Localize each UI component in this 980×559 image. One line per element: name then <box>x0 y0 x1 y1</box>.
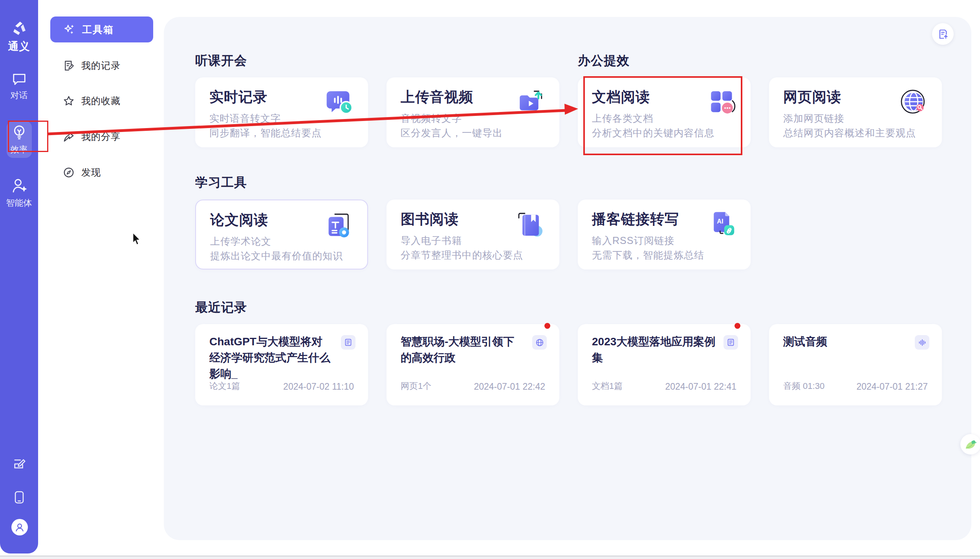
record-time: 2024-07-01 21:27 <box>856 381 928 392</box>
svg-text:AI: AI <box>717 218 723 225</box>
sidebar-item-agents[interactable]: 智能体 <box>0 178 38 209</box>
web-reading-icon <box>899 88 928 117</box>
record-title: 智慧职场-大模型引领下的高效行政 <box>401 334 524 366</box>
mobile-app-button[interactable] <box>0 491 38 506</box>
tool-desc: 导入电子书籍分章节整理书中的核心要点 <box>401 233 523 262</box>
tool-desc: 实时语音转文字同步翻译，智能总结要点 <box>209 111 322 140</box>
audio-waveform-badge-icon <box>915 335 929 350</box>
unread-dot <box>544 323 550 329</box>
nav-item-label: 我的收藏 <box>81 95 121 107</box>
record-title: 2023大模型落地应用案例集 <box>592 334 716 366</box>
secondary-sidebar: 工具箱 我的记录 我的收藏 我的分享 发现 <box>38 0 164 559</box>
recent-record-card[interactable]: 智慧职场-大模型引领下的高效行政 网页1个 2024-07-01 22:42 <box>387 324 559 405</box>
webpage-badge-icon <box>532 335 547 350</box>
user-icon <box>15 522 25 532</box>
nav-item-label: 我的记录 <box>81 59 121 72</box>
document-upload-icon <box>938 29 949 40</box>
window-bottom-strip <box>0 557 980 559</box>
agent-person-icon <box>11 178 27 193</box>
tool-card-book-reading[interactable]: 图书阅读 导入电子书籍分章节整理书中的核心要点 <box>387 200 559 269</box>
record-time: 2024-07-01 22:42 <box>474 381 545 392</box>
realtime-record-icon <box>325 88 354 117</box>
record-title: ChatGPT与大模型将对经济学研究范式产生什么影响_ <box>209 334 333 382</box>
tool-desc: 音视频转文字区分发言人，一键导出 <box>401 111 503 140</box>
tool-title: 网页阅读 <box>783 88 841 107</box>
app-logo: 通义 <box>0 20 38 53</box>
nav-item-my-favorites[interactable]: 我的收藏 <box>50 90 153 112</box>
tool-title: 文档阅读 <box>592 88 650 107</box>
sidebar-item-label: 效率 <box>0 144 38 156</box>
chat-icon <box>12 73 27 86</box>
tool-card-podcast-transcribe[interactable]: 播客链接转写 输入RSS订阅链接无需下载，智能提炼总结 AI <box>578 200 751 269</box>
tool-title: 播客链接转写 <box>592 210 679 229</box>
record-time: 2024-07-02 11:10 <box>283 381 354 392</box>
recent-record-card[interactable]: 测试音频 音频 01:30 2024-07-01 21:27 <box>769 324 942 405</box>
record-title: 测试音频 <box>783 334 907 350</box>
sidebar-item-chat[interactable]: 对话 <box>0 73 38 101</box>
book-reading-icon <box>516 210 545 239</box>
app-window: 通义 对话 效率 智能体 <box>0 0 980 559</box>
tool-desc: 输入RSS订阅链接无需下载，智能提炼总结 <box>592 233 704 262</box>
nav-item-label: 发现 <box>81 166 101 179</box>
record-type: 网页1个 <box>401 380 431 392</box>
paper-reading-icon <box>324 211 353 240</box>
tool-title: 图书阅读 <box>401 210 459 229</box>
phone-icon <box>14 491 24 504</box>
app-logo-text: 通义 <box>0 39 38 53</box>
unread-dot <box>735 323 740 329</box>
nav-item-toolbox[interactable]: 工具箱 <box>50 16 153 42</box>
section-title-office: 办公提效 <box>578 52 630 70</box>
user-avatar[interactable] <box>11 519 28 535</box>
sidebar-item-efficiency[interactable]: 效率 <box>0 125 38 156</box>
nav-item-discover[interactable]: 发现 <box>50 161 153 184</box>
tool-title: 论文阅读 <box>210 211 268 230</box>
nav-item-label: 工具箱 <box>82 23 114 36</box>
bulb-icon <box>12 125 26 140</box>
magic-sparkle-icon <box>63 23 75 36</box>
tool-desc: 上传学术论文提炼出论文中最有价值的知识 <box>210 234 343 263</box>
star-icon <box>63 95 75 107</box>
record-doc-icon <box>63 60 75 71</box>
feedback-button[interactable] <box>0 457 38 472</box>
tool-card-doc-reading[interactable]: 文档阅读 上传各类文档分析文档中的关键内容信息 <box>578 77 751 147</box>
record-time: 2024-07-01 22:41 <box>665 381 736 392</box>
upload-media-icon <box>516 88 545 117</box>
primary-sidebar: 通义 对话 效率 智能体 <box>0 0 38 554</box>
sidebar-item-label: 智能体 <box>0 197 38 209</box>
record-type: 文档1篇 <box>592 380 623 392</box>
nav-item-my-records[interactable]: 我的记录 <box>50 54 153 77</box>
import-document-button[interactable] <box>932 23 954 45</box>
edit-note-icon <box>13 457 26 471</box>
section-title-meeting: 听课开会 <box>195 52 247 70</box>
tool-title: 实时记录 <box>209 88 267 107</box>
doc-badge-icon <box>724 335 738 350</box>
paper-doc-badge-icon <box>341 335 355 350</box>
green-bird-icon <box>964 437 978 451</box>
share-arrow-icon <box>63 131 75 143</box>
tool-title: 上传音视频 <box>401 88 473 107</box>
sidebar-item-label: 对话 <box>0 90 38 101</box>
tool-card-realtime-record[interactable]: 实时记录 实时语音转文字同步翻译，智能总结要点 <box>195 77 368 147</box>
record-type: 音频 01:30 <box>783 380 824 392</box>
nav-item-label: 我的分享 <box>81 130 121 143</box>
assistant-bird-widget[interactable] <box>960 434 980 455</box>
tool-card-upload-media[interactable]: 上传音视频 音视频转文字区分发言人，一键导出 <box>387 77 559 147</box>
recent-record-card[interactable]: ChatGPT与大模型将对经济学研究范式产生什么影响_ 论文1篇 2024-07… <box>195 324 368 405</box>
tool-desc: 上传各类文档分析文档中的关键内容信息 <box>592 111 714 140</box>
section-title-recent: 最近记录 <box>195 299 247 316</box>
main-panel: 听课开会 办公提效 实时记录 实时语音转文字同步翻译，智能总结要点 上传音视频 … <box>164 17 971 540</box>
tool-desc: 添加网页链接总结网页内容概述和主要观点 <box>783 111 916 140</box>
tool-card-web-reading[interactable]: 网页阅读 添加网页链接总结网页内容概述和主要观点 <box>769 77 942 147</box>
tongyi-logo-icon <box>10 20 29 37</box>
doc-reading-icon <box>707 88 736 117</box>
tool-card-paper-reading[interactable]: 论文阅读 上传学术论文提炼出论文中最有价值的知识 <box>195 200 368 269</box>
section-title-study: 学习工具 <box>195 174 247 191</box>
record-type: 论文1篇 <box>209 380 240 392</box>
podcast-transcribe-icon: AI <box>707 210 736 239</box>
nav-item-my-shares[interactable]: 我的分享 <box>50 125 153 148</box>
compass-icon <box>63 167 75 178</box>
recent-record-card[interactable]: 2023大模型落地应用案例集 文档1篇 2024-07-01 22:41 <box>578 324 751 405</box>
